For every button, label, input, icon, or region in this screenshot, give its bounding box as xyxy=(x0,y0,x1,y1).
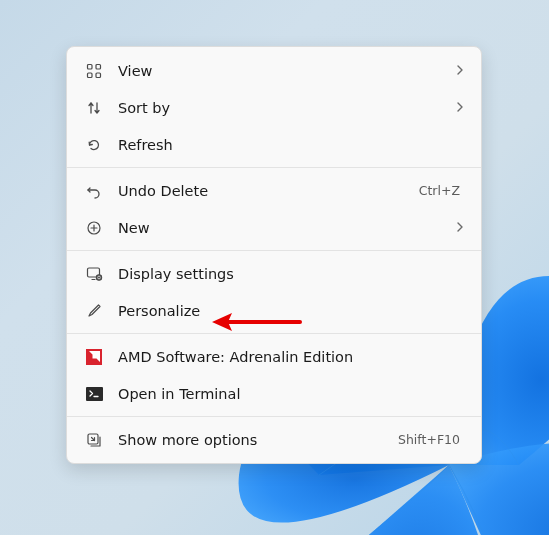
menu-separator xyxy=(67,250,481,251)
svg-rect-2 xyxy=(88,73,93,78)
menu-label: Personalize xyxy=(118,303,464,319)
chevron-right-icon xyxy=(456,221,464,235)
svg-rect-0 xyxy=(88,64,93,69)
view-icon xyxy=(84,61,104,81)
menu-separator xyxy=(67,333,481,334)
menu-shortcut: Shift+F10 xyxy=(398,432,460,447)
menu-label: Show more options xyxy=(118,432,398,448)
menu-item-refresh[interactable]: Refresh xyxy=(72,126,476,163)
desktop-context-menu: View Sort by Refresh xyxy=(66,46,482,464)
menu-label: Undo Delete xyxy=(118,183,419,199)
refresh-icon xyxy=(84,135,104,155)
menu-item-show-more-options[interactable]: Show more options Shift+F10 xyxy=(72,421,476,458)
terminal-icon xyxy=(84,384,104,404)
sort-icon xyxy=(84,98,104,118)
menu-item-display-settings[interactable]: Display settings xyxy=(72,255,476,292)
undo-icon xyxy=(84,181,104,201)
personalize-icon xyxy=(84,301,104,321)
display-icon xyxy=(84,264,104,284)
menu-item-personalize[interactable]: Personalize xyxy=(72,292,476,329)
svg-point-7 xyxy=(98,276,100,278)
menu-item-amd-software[interactable]: AMD Software: Adrenalin Edition xyxy=(72,338,476,375)
chevron-right-icon xyxy=(456,101,464,115)
menu-item-view[interactable]: View xyxy=(72,52,476,89)
menu-label: View xyxy=(118,63,450,79)
menu-shortcut: Ctrl+Z xyxy=(419,183,460,198)
svg-rect-3 xyxy=(96,73,101,78)
amd-icon xyxy=(84,347,104,367)
menu-item-undo-delete[interactable]: Undo Delete Ctrl+Z xyxy=(72,172,476,209)
show-more-icon xyxy=(84,430,104,450)
chevron-right-icon xyxy=(456,64,464,78)
menu-item-sort-by[interactable]: Sort by xyxy=(72,89,476,126)
menu-separator xyxy=(67,416,481,417)
menu-label: Sort by xyxy=(118,100,450,116)
menu-label: Refresh xyxy=(118,137,464,153)
menu-label: New xyxy=(118,220,450,236)
menu-item-open-terminal[interactable]: Open in Terminal xyxy=(72,375,476,412)
new-icon xyxy=(84,218,104,238)
menu-separator xyxy=(67,167,481,168)
menu-label: Display settings xyxy=(118,266,464,282)
menu-label: Open in Terminal xyxy=(118,386,464,402)
svg-rect-1 xyxy=(96,64,101,69)
menu-item-new[interactable]: New xyxy=(72,209,476,246)
menu-label: AMD Software: Adrenalin Edition xyxy=(118,349,464,365)
